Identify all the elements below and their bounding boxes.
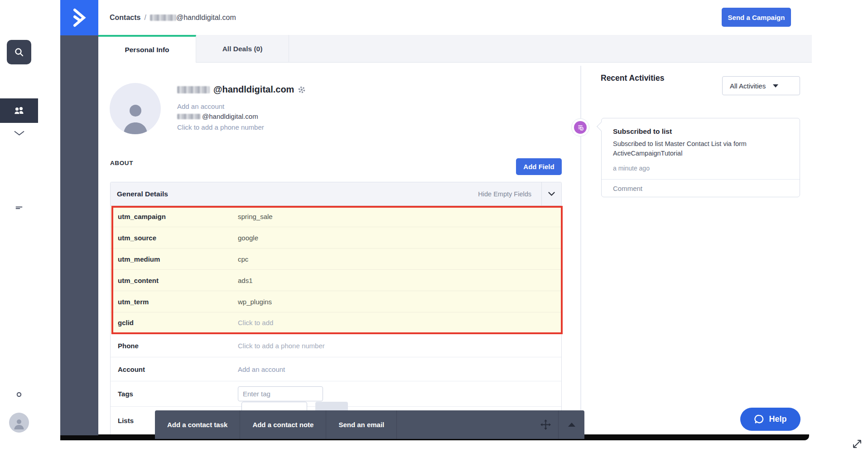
activity-timestamp: a minute ago (613, 165, 650, 172)
field-label: utm_source (118, 234, 238, 242)
field-row-utm-source: utm_source google (111, 227, 561, 248)
recent-activities-heading: Recent Activities (601, 73, 664, 83)
add-contact-note-button[interactable]: Add a contact note (240, 410, 326, 439)
tag-input[interactable] (238, 386, 323, 401)
panel-title: General Details (117, 190, 168, 198)
collapse-action-bar-button[interactable] (558, 410, 584, 439)
sidebar-item-contacts[interactable] (0, 98, 38, 123)
field-label: utm_medium (118, 255, 238, 263)
breadcrumb-separator: / (144, 14, 146, 22)
activity-body: Subscribed to list Master Contact List v… (613, 139, 776, 158)
field-value[interactable]: ads1 (238, 277, 253, 284)
field-value-placeholder[interactable]: Click to add (238, 319, 273, 326)
field-row-gclid: gclid Click to add (111, 312, 561, 333)
contact-action-bar: Add a contact task Add a contact note Se… (155, 410, 584, 439)
field-label: gclid (118, 319, 238, 326)
subscribed-list-icon (574, 121, 587, 134)
comment-placeholder: Comment (613, 185, 642, 192)
campaigns-icon[interactable] (0, 125, 38, 145)
contact-settings-gear-icon[interactable] (298, 86, 306, 94)
add-contact-task-button[interactable]: Add a contact task (155, 410, 240, 439)
move-handle-icon[interactable] (533, 410, 558, 439)
field-row-utm-content: utm_content ads1 (111, 270, 561, 291)
conversations-icon[interactable] (0, 199, 38, 219)
field-label: utm_content (118, 277, 238, 284)
apps-icon[interactable] (0, 360, 38, 380)
field-value[interactable]: wp_plugins (238, 298, 272, 306)
help-button[interactable]: Help (740, 408, 800, 431)
add-phone-link[interactable]: Click to add a phone number (177, 123, 264, 131)
field-label: utm_campaign (118, 213, 238, 220)
redacted-contact-name (177, 86, 210, 93)
field-row-utm-campaign: utm_campaign spring_sale (111, 206, 561, 227)
contact-email: @handldigital.com (177, 112, 258, 120)
triangle-up-icon (568, 423, 575, 427)
activecampaign-contact-page: $ Contacts / @handldigital.com Send a Ca… (0, 0, 868, 453)
automations-icon[interactable] (0, 150, 38, 170)
send-email-button[interactable]: Send an email (326, 410, 397, 439)
field-value-placeholder[interactable]: Add an account (238, 365, 285, 373)
field-value[interactable]: google (238, 234, 258, 242)
sidebar-nav (60, 0, 98, 435)
activecampaign-logo-icon[interactable] (60, 0, 98, 35)
help-label: Help (769, 414, 786, 424)
search-icon[interactable] (7, 40, 31, 64)
tab-personal-info[interactable]: Personal Info (98, 35, 196, 63)
field-row-utm-medium: utm_medium cpc (111, 248, 561, 270)
breadcrumb-contact-suffix: @handldigital.com (176, 14, 236, 22)
chat-bubble-icon (754, 414, 765, 425)
activity-type-badge (571, 118, 589, 136)
contact-avatar (110, 83, 161, 134)
reports-icon[interactable] (0, 299, 38, 319)
add-account-link[interactable]: Add an account (177, 102, 224, 110)
tab-all-deals[interactable]: All Deals (0) (196, 35, 289, 63)
contact-title: @handldigital.com (177, 84, 306, 95)
collapse-panel-chevron-down-icon[interactable] (542, 192, 561, 196)
field-row-account: Account Add an account (111, 357, 561, 381)
field-value[interactable]: cpc (238, 255, 248, 263)
caret-down-icon (773, 84, 778, 88)
field-label: Tags (118, 390, 238, 398)
activities-filter-dropdown[interactable]: All Activities (722, 76, 800, 95)
about-heading: ABOUT (110, 160, 133, 166)
field-value[interactable]: spring_sale (238, 213, 273, 220)
account-avatar[interactable] (9, 413, 29, 433)
breadcrumb-contacts-link[interactable]: Contacts (110, 14, 140, 22)
contact-email-suffix: @handldigital.com (202, 112, 258, 120)
lists-icon[interactable] (0, 224, 38, 244)
contact-title-suffix: @handldigital.com (213, 84, 294, 95)
field-label: Phone (118, 342, 238, 350)
redacted-email-name (177, 114, 201, 119)
activity-title: Subscribed to list (613, 127, 672, 136)
redacted-contact-name (150, 15, 176, 21)
field-row-phone: Phone Click to add a phone number (111, 334, 561, 357)
forms-icon[interactable] (0, 249, 38, 269)
activities-filter-value: All Activities (730, 82, 766, 90)
expand-resize-icon[interactable] (851, 438, 863, 450)
action-bar-spacer (397, 410, 533, 439)
hide-empty-fields-button[interactable]: Hide Empty Fields (478, 190, 531, 198)
activity-timeline-line (580, 66, 581, 410)
activity-comment-field[interactable]: Comment (602, 179, 800, 197)
field-row-utm-term: utm_term wp_plugins (111, 291, 561, 312)
breadcrumb: Contacts / @handldigital.com (110, 13, 236, 23)
field-label: Account (118, 365, 238, 373)
field-label: utm_term (118, 298, 238, 306)
settings-gear-icon[interactable] (0, 385, 38, 404)
send-campaign-button[interactable]: Send a Campaign (722, 8, 791, 27)
general-details-header: General Details Hide Empty Fields (111, 182, 561, 206)
website-icon[interactable] (0, 274, 38, 294)
site-tracking-icon[interactable] (0, 74, 38, 94)
activity-card: Subscribed to list Subscribed to list Ma… (601, 118, 800, 197)
deals-icon[interactable]: $ (0, 174, 38, 194)
field-value-placeholder[interactable]: Click to add a phone number (238, 342, 325, 350)
add-field-button[interactable]: Add Field (516, 158, 562, 175)
